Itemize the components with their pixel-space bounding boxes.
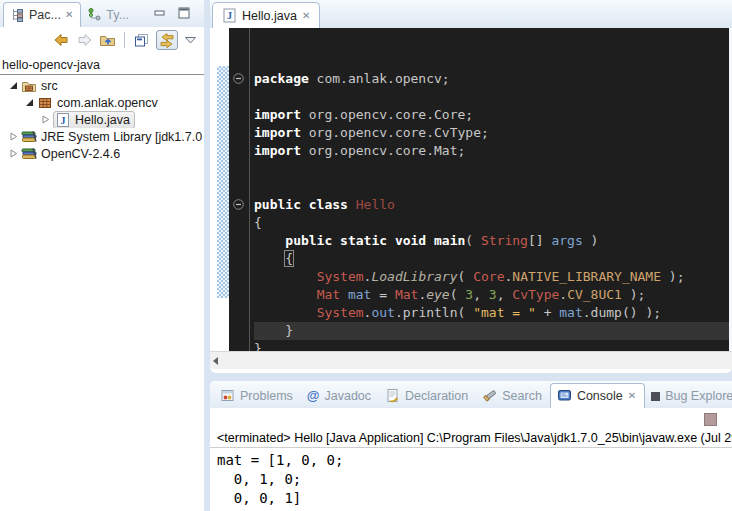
forward-button[interactable] bbox=[76, 32, 93, 48]
tab-label: Javadoc bbox=[324, 389, 371, 403]
editor-gutter[interactable] bbox=[229, 28, 250, 351]
java-file-icon: J bbox=[55, 112, 71, 128]
code-line[interactable]: import org.opencv.core.CvType; bbox=[254, 124, 732, 142]
console-toolbar bbox=[210, 408, 732, 429]
close-icon[interactable]: ✕ bbox=[65, 10, 73, 20]
code-line[interactable]: } bbox=[254, 322, 732, 340]
collapsed-arrow-icon[interactable] bbox=[8, 148, 19, 159]
tree-item-label: com.anlak.opencv bbox=[57, 96, 158, 110]
terminate-button[interactable] bbox=[704, 413, 717, 426]
library-icon bbox=[21, 129, 37, 145]
tree-item-label: hello-opencv-java bbox=[2, 58, 100, 72]
expanded-arrow-icon[interactable] bbox=[8, 80, 19, 91]
back-button[interactable] bbox=[53, 32, 70, 48]
bottom-tab-bar: Problems @ Javadoc Declaration Search Co… bbox=[210, 381, 732, 408]
tab-search[interactable]: Search bbox=[476, 384, 550, 408]
close-icon[interactable]: ✕ bbox=[628, 391, 636, 401]
code-line[interactable]: package com.anlak.opencv; bbox=[254, 70, 732, 88]
problems-icon bbox=[220, 388, 235, 403]
annotation-ruler[interactable] bbox=[217, 28, 229, 351]
editor-body: package com.anlak.opencv;import org.open… bbox=[210, 28, 732, 351]
fold-collapse-icon[interactable] bbox=[233, 73, 244, 84]
collapse-all-button[interactable] bbox=[133, 32, 150, 48]
tree-item-label: JRE System Library [jdk1.7.0 bbox=[41, 130, 202, 144]
tab-declaration[interactable]: Declaration bbox=[379, 384, 476, 408]
javadoc-icon: @ bbox=[307, 388, 320, 403]
code-line[interactable]: } bbox=[254, 340, 732, 351]
close-icon[interactable]: ✕ bbox=[302, 11, 310, 21]
package-explorer-icon bbox=[10, 7, 25, 22]
tree-item-label: OpenCV-2.4.6 bbox=[41, 147, 120, 161]
project-separator bbox=[0, 74, 204, 75]
code-lines: package com.anlak.opencv;import org.open… bbox=[254, 70, 732, 351]
editor-pane: J Hello.java ✕ package com.anlak.opencv;… bbox=[210, 0, 732, 373]
code-area[interactable]: package com.anlak.opencv;import org.open… bbox=[250, 28, 732, 351]
view-tab-label: Pac... bbox=[29, 8, 61, 22]
console-output[interactable]: mat = [1, 0, 0; 0, 1, 0; 0, 0, 1] bbox=[210, 448, 732, 508]
tree-item-jre-library[interactable]: JRE System Library [jdk1.7.0 bbox=[0, 128, 204, 145]
tree-item-package[interactable]: com.anlak.opencv bbox=[0, 94, 204, 111]
collapsed-arrow-icon[interactable] bbox=[40, 114, 51, 125]
code-line[interactable] bbox=[254, 88, 732, 106]
code-line[interactable]: System.out.println( "mat = " + mat.dump(… bbox=[254, 304, 732, 322]
editor-tab-bar: J Hello.java ✕ bbox=[210, 0, 732, 28]
tab-problems[interactable]: Problems bbox=[214, 384, 301, 408]
tab-bug-explorer[interactable]: Bug Explorer bbox=[645, 385, 732, 408]
declaration-icon bbox=[385, 388, 400, 403]
tree-item-src[interactable]: src bbox=[0, 77, 204, 94]
expanded-arrow-icon[interactable] bbox=[24, 97, 35, 108]
range-indicator bbox=[217, 66, 229, 298]
source-folder-icon bbox=[21, 78, 37, 94]
console-output-line: mat = [1, 0, 0; bbox=[217, 451, 732, 470]
console-view: Problems @ Javadoc Declaration Search Co… bbox=[210, 381, 732, 511]
tab-javadoc[interactable]: @ Javadoc bbox=[301, 384, 379, 408]
tab-label: Problems bbox=[240, 389, 293, 403]
tree-item-label: Hello.java bbox=[75, 113, 130, 127]
code-line[interactable]: public class Hello bbox=[254, 196, 732, 214]
maximize-view-button[interactable] bbox=[178, 7, 190, 19]
code-line[interactable]: { bbox=[254, 214, 732, 232]
package-explorer-view: Pac... ✕ Ty... bbox=[0, 0, 204, 511]
fold-collapse-icon[interactable] bbox=[233, 199, 244, 210]
code-line[interactable]: { bbox=[254, 250, 732, 268]
type-hierarchy-icon bbox=[87, 7, 102, 22]
view-tab-type-hierarchy[interactable]: Ty... bbox=[81, 3, 136, 27]
tab-console[interactable]: Console ✕ bbox=[550, 383, 645, 408]
package-icon bbox=[37, 95, 53, 111]
tree-item-opencv-library[interactable]: OpenCV-2.4.6 bbox=[0, 145, 204, 162]
editor-tab-hello-java[interactable]: J Hello.java ✕ bbox=[212, 2, 320, 28]
view-tab-label: Ty... bbox=[106, 8, 129, 22]
code-line[interactable]: import org.opencv.core.Mat; bbox=[254, 142, 732, 160]
code-line[interactable] bbox=[254, 178, 732, 196]
collapsed-arrow-icon[interactable] bbox=[8, 131, 19, 142]
tab-label: Search bbox=[502, 389, 542, 403]
tree-item-hello-java[interactable]: J Hello.java bbox=[0, 111, 204, 128]
minimize-view-button[interactable] bbox=[154, 7, 166, 19]
code-line[interactable]: System.LoadLibrary( Core.NATIVE_LIBRARY_… bbox=[254, 268, 732, 286]
view-menu-button[interactable] bbox=[184, 34, 197, 46]
svg-text:J: J bbox=[61, 114, 66, 125]
tab-label: Bug Explorer bbox=[665, 389, 732, 403]
code-line[interactable]: public static void main( String[] args ) bbox=[254, 232, 732, 250]
code-line[interactable]: import org.opencv.core.Core; bbox=[254, 106, 732, 124]
view-tab-bar: Pac... ✕ Ty... bbox=[0, 0, 204, 27]
code-line[interactable] bbox=[254, 160, 732, 178]
console-icon bbox=[557, 388, 572, 403]
editor-horizontal-scrollbar[interactable] bbox=[210, 351, 732, 369]
console-title: <terminated> Hello [Java Application] C:… bbox=[210, 429, 732, 448]
up-button[interactable] bbox=[99, 32, 116, 48]
toolbar-separator bbox=[124, 32, 125, 48]
package-explorer-toolbar bbox=[0, 27, 204, 53]
tree-item-project[interactable]: hello-opencv-java bbox=[0, 56, 204, 73]
code-line[interactable]: Mat mat = Mat.eye( 3, 3, CvType.CV_8UC1 … bbox=[254, 286, 732, 304]
editor-tab-label: Hello.java bbox=[242, 9, 297, 23]
scroll-left-icon[interactable] bbox=[213, 357, 218, 365]
console-output-line: 0, 0, 1] bbox=[217, 489, 732, 508]
tree-item-label: src bbox=[41, 79, 58, 93]
selected-item-highlight[interactable]: J Hello.java bbox=[53, 111, 135, 128]
view-tab-package-explorer[interactable]: Pac... ✕ bbox=[3, 2, 81, 27]
java-file-icon: J bbox=[222, 8, 237, 23]
editor-left-margin bbox=[210, 28, 217, 351]
link-with-editor-button[interactable] bbox=[156, 30, 178, 50]
library-icon bbox=[21, 146, 37, 162]
